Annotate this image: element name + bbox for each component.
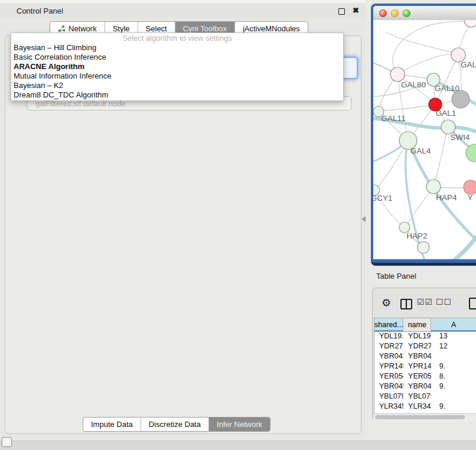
table-header-row: shared...nameA bbox=[374, 318, 476, 332]
table-cell: YLR345W bbox=[374, 402, 403, 412]
table-row[interactable]: YER054CYER054C8. bbox=[374, 371, 476, 381]
control-panel-titlebar: Control Panel ✖ bbox=[0, 3, 365, 19]
algorithm-option-aracne-algorithm[interactable]: ARACNE Algorithm bbox=[11, 62, 343, 71]
table-row[interactable]: YDL19...YDL19...13 bbox=[374, 331, 476, 341]
node-label-hap4: HAP4 bbox=[436, 193, 457, 202]
node-label-gal10: GAL10 bbox=[435, 84, 459, 93]
algorithm-dropdown-placeholder: Select algorithm to view settings bbox=[11, 33, 343, 43]
table-cell: 12 bbox=[431, 341, 476, 351]
tab-label: Style bbox=[113, 24, 130, 33]
node-label-swi4: SWI4 bbox=[450, 133, 470, 142]
table-cell: YBR043C bbox=[403, 351, 431, 361]
algorithm-option-dream8-dc-tdc-algorithm[interactable]: Dream8 DC_TDC Algorithm bbox=[11, 90, 343, 100]
node-label-y: Y bbox=[467, 193, 472, 202]
cyni-bottom-tabbar: Impute DataDiscretize DataInfer Network bbox=[83, 417, 270, 432]
network-node-y[interactable] bbox=[464, 180, 476, 194]
table-horizontal-scrollbar[interactable] bbox=[374, 413, 476, 420]
node-table: shared...nameA YDL19...YDL19...13YDR27..… bbox=[374, 318, 476, 414]
float-panel-icon[interactable] bbox=[338, 8, 345, 15]
tab-label: Discretize Data bbox=[149, 420, 201, 429]
node-label-gal1: GAL1 bbox=[436, 109, 457, 118]
select-all-checkboxes-icon[interactable]: ☑☑ bbox=[417, 297, 433, 306]
table-row[interactable]: YDR27...YDR27...12 bbox=[374, 341, 476, 351]
tab-label: Infer Network bbox=[217, 420, 262, 429]
table-cell: YBL079W bbox=[374, 392, 403, 402]
table-cell: YDL19... bbox=[403, 331, 431, 341]
table-cell: YDR27... bbox=[403, 341, 431, 351]
table-cell: YDL19... bbox=[374, 331, 403, 341]
table-cell: YBR045C bbox=[403, 381, 431, 392]
column-header-shared[interactable]: shared... bbox=[374, 318, 403, 331]
table-cell bbox=[431, 351, 476, 361]
bottom-strip bbox=[0, 441, 476, 450]
column-header-name[interactable]: name bbox=[403, 318, 431, 331]
tab-infer-network[interactable]: Infer Network bbox=[209, 418, 270, 431]
network-node[interactable] bbox=[452, 90, 470, 108]
zoom-window-icon[interactable] bbox=[403, 9, 410, 17]
table-cell: YPR145W bbox=[403, 361, 431, 371]
algorithm-option-basic-correlation-inference[interactable]: Basic Correlation Inference bbox=[11, 53, 343, 62]
screen: Control Panel ✖ NetworkStyleSelectCyni T… bbox=[0, 0, 476, 450]
table-cell: 9. bbox=[431, 361, 476, 371]
node-label-gal: GAL bbox=[461, 60, 476, 69]
table-cell: 8. bbox=[431, 371, 476, 381]
node-label-gal80: GAL80 bbox=[401, 80, 426, 89]
minimize-window-icon[interactable] bbox=[391, 9, 399, 17]
node-label-hap2: HAP2 bbox=[406, 231, 427, 240]
algorithm-option-bayesian-k2[interactable]: Bayesian – K2 bbox=[11, 81, 343, 90]
algorithm-option-bayesian-hill-climbing[interactable]: Bayesian – Hill Climbing bbox=[11, 43, 343, 53]
split-divider-arrow-icon[interactable] bbox=[361, 216, 366, 222]
table-cell: YPR145W bbox=[374, 361, 403, 371]
table-cell: YBL079W bbox=[403, 392, 431, 402]
minimized-panel-icon[interactable] bbox=[2, 437, 12, 447]
table-row[interactable]: YPR145WYPR145W9. bbox=[374, 361, 476, 371]
table-panel-title: Table Panel bbox=[376, 272, 416, 281]
column-header-a[interactable]: A bbox=[431, 318, 476, 331]
node-label-gal11: GAL11 bbox=[381, 114, 405, 123]
network-node[interactable] bbox=[418, 242, 429, 253]
network-node-hap4[interactable] bbox=[426, 180, 441, 194]
table-cell bbox=[431, 392, 476, 402]
table-hscrollbar-thumb[interactable] bbox=[375, 415, 465, 419]
network-node[interactable] bbox=[464, 20, 476, 27]
table-cell: YBR043C bbox=[374, 351, 403, 361]
algorithm-option-list: Bayesian – Hill ClimbingBasic Correlatio… bbox=[11, 43, 343, 100]
table-cell: YDR27... bbox=[374, 341, 403, 351]
table-cell: YER054C bbox=[374, 371, 403, 381]
tab-label: Select bbox=[146, 24, 167, 33]
network-icon bbox=[58, 25, 66, 32]
table-row[interactable]: YBR043CYBR043C bbox=[374, 351, 476, 361]
column-icon[interactable] bbox=[469, 298, 476, 309]
table-row[interactable]: YBR045CYBR045C9. bbox=[374, 381, 476, 392]
table-cell: 9. bbox=[431, 402, 476, 412]
control-panel-title: Control Panel bbox=[17, 6, 63, 15]
table-row[interactable]: YLR345WYLR345W9. bbox=[374, 402, 476, 412]
network-node-gal80[interactable] bbox=[390, 67, 405, 81]
network-node-swi4[interactable] bbox=[441, 120, 455, 134]
deselect-checkboxes-icon[interactable]: ☐☐ bbox=[436, 297, 452, 306]
close-window-icon[interactable] bbox=[379, 9, 387, 17]
network-view-window: GALGAL80GAL10GAL1GAL11SWI4GAL4GCY1HAP4YH… bbox=[371, 4, 476, 266]
close-panel-icon[interactable]: ✖ bbox=[353, 6, 359, 15]
algorithm-option-mutual-information-inference[interactable]: Mutual Information Inference bbox=[11, 71, 343, 81]
table-cell: 9. bbox=[431, 381, 476, 392]
network-window-titlebar bbox=[373, 6, 476, 21]
table-row[interactable]: YBL079WYBL079W bbox=[374, 392, 476, 402]
table-cell: 13 bbox=[431, 331, 476, 341]
network-view-inner: GALGAL80GAL10GAL1GAL11SWI4GAL4GCY1HAP4YH… bbox=[373, 6, 476, 259]
node-label-gcy1: GCY1 bbox=[373, 194, 392, 203]
network-canvas[interactable]: GALGAL80GAL10GAL1GAL11SWI4GAL4GCY1HAP4YH… bbox=[373, 20, 476, 259]
algorithm-dropdown-popup: Select algorithm to view settings Bayesi… bbox=[11, 32, 344, 101]
tab-discretize-data[interactable]: Discretize Data bbox=[141, 418, 209, 431]
gear-icon[interactable]: ⚙ bbox=[382, 296, 391, 309]
tab-label: Cyni Toolbox bbox=[183, 24, 227, 33]
table-cell: YLR345W bbox=[403, 402, 431, 412]
table-body: YDL19...YDL19...13YDR27...YDR27...12YBR0… bbox=[374, 331, 476, 414]
table-cell: YER054C bbox=[403, 371, 431, 381]
node-label-gal4: GAL4 bbox=[410, 146, 431, 155]
split-columns-icon[interactable] bbox=[400, 299, 412, 309]
tab-label: Network bbox=[69, 24, 97, 33]
table-panel-toolbar: ⚙ ☑☑ ☐☐ bbox=[372, 295, 476, 313]
table-cell: YBR045C bbox=[374, 381, 403, 392]
tab-impute-data[interactable]: Impute Data bbox=[83, 418, 141, 431]
